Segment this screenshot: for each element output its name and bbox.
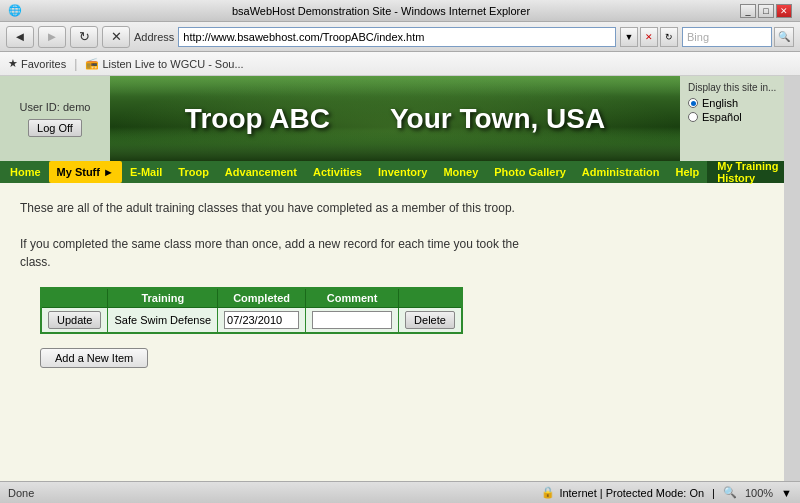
- lang-display-text: Display this site in...: [688, 82, 792, 93]
- status-done: Done: [8, 487, 34, 499]
- maximize-button[interactable]: □: [758, 4, 774, 18]
- comment-input[interactable]: [312, 311, 392, 329]
- nav-administration[interactable]: Administration: [574, 161, 668, 183]
- refresh-small-btn[interactable]: ↻: [660, 27, 678, 47]
- site-header: User ID: demo Log Off Troop ABC Your Tow…: [0, 76, 800, 161]
- add-new-item-button[interactable]: Add a New Item: [40, 348, 148, 368]
- col-header-comment: Comment: [306, 288, 399, 308]
- header-title: Troop ABC Your Town, USA: [185, 103, 605, 135]
- zoom-level: 100%: [745, 487, 773, 499]
- delete-button[interactable]: Delete: [405, 311, 455, 329]
- english-label: English: [702, 97, 738, 109]
- user-id-text: User ID: demo: [20, 101, 91, 113]
- search-placeholder: Bing: [687, 31, 709, 43]
- nav-money[interactable]: Money: [435, 161, 486, 183]
- comment-cell: [306, 308, 399, 334]
- address-bar-container: Address http://www.bsawebhost.com/TroopA…: [134, 27, 678, 47]
- update-button[interactable]: Update: [48, 311, 101, 329]
- browser-title: bsaWebHost Demonstration Site - Windows …: [22, 5, 740, 17]
- english-radio[interactable]: [688, 98, 698, 108]
- nav-activities[interactable]: Activities: [305, 161, 370, 183]
- col-header-completed: Completed: [218, 288, 306, 308]
- favorites-toolbar: ★ Favorites | 📻 Listen Live to WGCU - So…: [0, 52, 800, 76]
- header-banner: Troop ABC Your Town, USA: [110, 76, 680, 161]
- troop-name: Troop ABC: [185, 103, 330, 135]
- training-table: Training Completed Comment Update Safe S…: [40, 287, 463, 334]
- refresh-button[interactable]: ↻: [70, 26, 98, 48]
- logoff-button[interactable]: Log Off: [28, 119, 82, 137]
- col-header-action: [41, 288, 108, 308]
- security-text: Internet | Protected Mode: On: [559, 487, 704, 499]
- address-go-btn[interactable]: ▼: [620, 27, 638, 47]
- language-panel: Display this site in... English Español: [680, 76, 800, 161]
- favorites-menu[interactable]: ★ Favorites: [8, 57, 66, 70]
- training-history-label: My Training History: [717, 160, 788, 184]
- favorites-label: Favorites: [21, 58, 66, 70]
- user-panel: User ID: demo Log Off: [0, 76, 110, 161]
- nav-email[interactable]: E-Mail: [122, 161, 170, 183]
- zoom-dropdown-icon: ▼: [781, 487, 792, 499]
- address-bar[interactable]: http://www.bsawebhost.com/TroopABC/index…: [178, 27, 616, 47]
- nav-help[interactable]: Help: [667, 161, 707, 183]
- page-area: User ID: demo Log Off Troop ABC Your Tow…: [0, 76, 800, 481]
- browser-toolbar: ◄ ► ↻ ✕ Address http://www.bsawebhost.co…: [0, 22, 800, 52]
- status-bar: Done 🔒 Internet | Protected Mode: On | 🔍…: [0, 481, 800, 503]
- intro-line3: If you completed the same class more tha…: [20, 237, 424, 251]
- espanol-radio[interactable]: [688, 112, 698, 122]
- intro-line1: These are all of the adult training clas…: [20, 201, 398, 215]
- delete-cell: Delete: [399, 308, 462, 334]
- star-icon: ★: [8, 57, 18, 70]
- stop-button[interactable]: ✕: [102, 26, 130, 48]
- fav-label-wgcu: Listen Live to WGCU - Sou...: [102, 58, 243, 70]
- scrollbar[interactable]: [784, 76, 800, 481]
- window-controls: _ □ ✕: [740, 4, 792, 18]
- ie-icon: 🌐: [8, 4, 22, 17]
- navigation-bar: Home My Stuff ► E-Mail Troop Advancement…: [0, 161, 800, 183]
- espanol-label: Español: [702, 111, 742, 123]
- intro-line2: member of this troop.: [402, 201, 515, 215]
- status-separator: |: [712, 487, 715, 499]
- fav-icon-wgcu: 📻: [85, 57, 99, 70]
- table-row: Update Safe Swim Defense Delete: [41, 308, 462, 334]
- completed-input[interactable]: [224, 311, 299, 329]
- completed-cell: [218, 308, 306, 334]
- browser-titlebar: 🌐 bsaWebHost Demonstration Site - Window…: [0, 0, 800, 22]
- search-button[interactable]: 🔍: [774, 27, 794, 47]
- nav-advancement[interactable]: Advancement: [217, 161, 305, 183]
- zoom-icon: 🔍: [723, 486, 737, 499]
- training-table-container: Training Completed Comment Update Safe S…: [40, 287, 780, 334]
- update-cell: Update: [41, 308, 108, 334]
- stop-x-btn[interactable]: ✕: [640, 27, 658, 47]
- training-cell: Safe Swim Defense: [108, 308, 218, 334]
- status-security: 🔒 Internet | Protected Mode: On: [541, 486, 704, 499]
- favorites-item-wgcu[interactable]: 📻 Listen Live to WGCU - Sou...: [85, 57, 243, 70]
- add-btn-container: Add a New Item: [40, 338, 780, 368]
- col-header-training: Training: [108, 288, 218, 308]
- espanol-option[interactable]: Español: [688, 111, 792, 123]
- close-button[interactable]: ✕: [776, 4, 792, 18]
- nav-troop[interactable]: Troop: [170, 161, 217, 183]
- english-option[interactable]: English: [688, 97, 792, 109]
- nav-photogallery[interactable]: Photo Gallery: [486, 161, 574, 183]
- col-header-delete: [399, 288, 462, 308]
- search-input[interactable]: Bing: [682, 27, 772, 47]
- nav-mystuff[interactable]: My Stuff ►: [49, 161, 122, 183]
- minimize-button[interactable]: _: [740, 4, 756, 18]
- intro-text: These are all of the adult training clas…: [20, 199, 520, 271]
- security-icon: 🔒: [541, 486, 555, 499]
- nav-inventory[interactable]: Inventory: [370, 161, 436, 183]
- main-content: These are all of the adult training clas…: [0, 183, 800, 481]
- address-label: Address: [134, 31, 174, 43]
- location-name: Your Town, USA: [390, 103, 605, 135]
- search-container: Bing 🔍: [682, 27, 794, 47]
- url-text: http://www.bsawebhost.com/TroopABC/index…: [183, 31, 424, 43]
- back-button[interactable]: ◄: [6, 26, 34, 48]
- nav-home[interactable]: Home: [2, 161, 49, 183]
- forward-button[interactable]: ►: [38, 26, 66, 48]
